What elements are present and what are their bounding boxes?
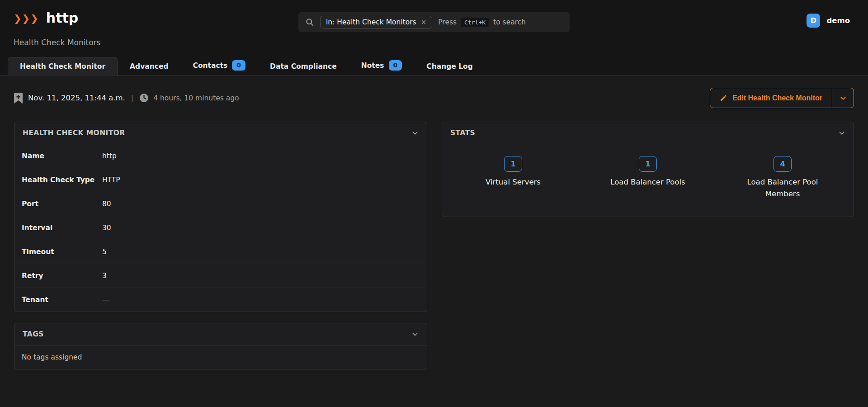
row-value: 80 <box>102 200 111 208</box>
chip-close-icon[interactable]: × <box>421 18 427 26</box>
tab-health-check-monitor[interactable]: Health Check Monitor <box>8 57 118 76</box>
logo-chevrons-icon: ❯❯❯ <box>14 12 39 24</box>
user-menu[interactable]: D demo <box>807 14 850 28</box>
virtual-servers-count-button[interactable]: 1 <box>504 156 522 172</box>
row-value: 30 <box>102 224 111 232</box>
health-check-monitor-panel: HEALTH CHECK MONITOR Name http Health Ch… <box>14 122 427 312</box>
tab-label: Health Check Monitor <box>20 62 105 71</box>
contacts-count-badge: 0 <box>232 60 245 71</box>
stat-label: Load Balancer Pools <box>610 176 685 188</box>
stat-label: Virtual Servers <box>486 176 541 188</box>
main-content: Nov. 11, 2025, 11:44 a.m. | 4 hours, 10 … <box>0 76 868 407</box>
row-label: Interval <box>22 224 102 232</box>
updated-ago: 4 hours, 10 minutes ago <box>153 94 239 102</box>
row-value: 3 <box>102 272 107 280</box>
chevron-down-icon <box>840 95 847 102</box>
stat-load-balancer-pool-members: 4 Load Balancer Pool Members <box>715 156 850 199</box>
object-timestamps: Nov. 11, 2025, 11:44 a.m. | 4 hours, 10 … <box>14 93 239 104</box>
table-row: Name http <box>14 144 427 168</box>
panel-header: HEALTH CHECK MONITOR <box>14 122 427 144</box>
kbd-shortcut: Ctrl+K <box>461 18 489 27</box>
bookmark-plus-icon <box>14 93 23 104</box>
row-label: Retry <box>22 272 102 280</box>
brand[interactable]: ❯❯❯ http <box>14 10 78 26</box>
tab-label: Notes <box>361 62 384 70</box>
table-row: Port 80 <box>14 192 427 216</box>
page-title: http <box>46 10 79 26</box>
panel-header: STATS <box>442 122 854 144</box>
table-row: Interval 30 <box>14 216 427 240</box>
tab-label: Change Log <box>426 62 473 71</box>
row-label: Health Check Type <box>22 176 102 184</box>
stats-body: 1 Virtual Servers 1 Load Balancer Pools … <box>442 144 854 217</box>
meta-row: Nov. 11, 2025, 11:44 a.m. | 4 hours, 10 … <box>14 76 854 108</box>
tab-notes[interactable]: Notes 0 <box>349 55 415 76</box>
top-header: ❯❯❯ http Health Check Monitors in: Healt… <box>0 0 868 76</box>
global-search-input[interactable]: in: Health Check Monitors × Press Ctrl+K… <box>298 12 570 32</box>
row-label: Timeout <box>22 248 102 256</box>
pencil-icon <box>720 94 727 102</box>
panel-title: TAGS <box>23 330 44 338</box>
panel-title: STATS <box>450 129 475 137</box>
username: demo <box>826 16 850 25</box>
row-label: Tenant <box>22 296 102 304</box>
created-date: Nov. 11, 2025, 11:44 a.m. <box>28 94 125 102</box>
stat-virtual-servers: 1 Virtual Servers <box>446 156 580 199</box>
panel-title: HEALTH CHECK MONITOR <box>23 129 125 137</box>
row-value: HTTP <box>102 176 120 184</box>
stat-label: Load Balancer Pool Members <box>733 176 832 199</box>
tab-advanced[interactable]: Advanced <box>118 57 181 76</box>
edit-button-label: Edit Health Check Monitor <box>732 94 822 102</box>
row-value: http <box>102 152 117 160</box>
table-row: Health Check Type HTTP <box>14 168 427 192</box>
edit-dropdown-toggle[interactable] <box>832 88 854 108</box>
search-icon <box>305 18 314 27</box>
search-scope-chip[interactable]: in: Health Check Monitors × <box>320 16 432 28</box>
tab-label: Data Compliance <box>270 62 337 71</box>
row-label: Name <box>22 152 102 160</box>
avatar[interactable]: D <box>807 14 820 28</box>
clock-icon <box>139 93 149 103</box>
tab-bar: Health Check Monitor Advanced Contacts 0… <box>0 55 868 76</box>
tags-empty-text: No tags assigned <box>14 345 427 369</box>
collapse-chevron-icon[interactable] <box>411 129 419 137</box>
left-column: HEALTH CHECK MONITOR Name http Health Ch… <box>14 122 427 369</box>
search-hint-press: Press <box>438 18 457 26</box>
row-value: 5 <box>102 248 107 256</box>
stat-load-balancer-pools: 1 Load Balancer Pools <box>580 156 715 199</box>
collapse-chevron-icon[interactable] <box>411 331 419 338</box>
table-row: Retry 3 <box>14 264 427 288</box>
breadcrumb[interactable]: Health Check Monitors <box>14 38 100 47</box>
edit-button[interactable]: Edit Health Check Monitor <box>710 88 832 108</box>
load-balancer-pool-members-count-button[interactable]: 4 <box>774 156 792 172</box>
tab-contacts[interactable]: Contacts 0 <box>181 55 258 76</box>
tags-panel: TAGS No tags assigned <box>14 323 427 369</box>
right-column: STATS 1 Virtual Servers 1 Load Balancer … <box>442 122 854 217</box>
tab-data-compliance[interactable]: Data Compliance <box>258 57 349 76</box>
search-hint: Press Ctrl+K to search <box>438 18 526 27</box>
meta-separator: | <box>131 94 133 102</box>
collapse-chevron-icon[interactable] <box>838 129 845 137</box>
search-scope-label: in: Health Check Monitors <box>326 18 416 26</box>
table-row: Tenant — <box>14 288 427 312</box>
panel-header: TAGS <box>14 323 427 345</box>
notes-count-badge: 0 <box>389 60 402 71</box>
tab-change-log[interactable]: Change Log <box>414 57 485 76</box>
tab-label: Contacts <box>193 62 228 70</box>
edit-split-button: Edit Health Check Monitor <box>710 88 854 108</box>
row-value-empty: — <box>102 296 109 304</box>
load-balancer-pools-count-button[interactable]: 1 <box>639 156 657 172</box>
tab-label: Advanced <box>130 62 169 71</box>
table-row: Timeout 5 <box>14 240 427 264</box>
stats-panel: STATS 1 Virtual Servers 1 Load Balancer … <box>442 122 854 217</box>
panel-grid: HEALTH CHECK MONITOR Name http Health Ch… <box>14 122 854 369</box>
search-hint-suffix: to search <box>493 18 526 26</box>
row-label: Port <box>22 200 102 208</box>
